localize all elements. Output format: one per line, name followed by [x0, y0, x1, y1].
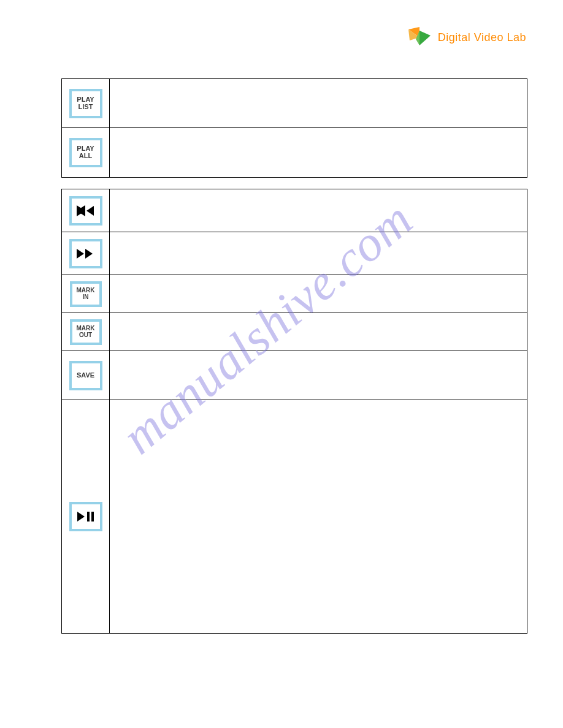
svg-rect-12: [87, 512, 90, 521]
play-pause-button[interactable]: [69, 502, 102, 531]
icon-cell: MARK OUT: [62, 313, 110, 351]
button-label-line: MARK: [77, 287, 95, 294]
play-all-button[interactable]: PLAY ALL: [69, 138, 102, 167]
button-label-line: ALL: [79, 153, 92, 160]
icon-cell: [62, 232, 110, 275]
table-row: PLAY ALL: [62, 128, 527, 177]
button-label-line: MARK: [77, 325, 95, 332]
svg-marker-9: [77, 249, 84, 259]
table-row: [62, 232, 527, 275]
button-table-group-2: MARK IN MARK OUT SAVE: [61, 189, 527, 634]
icon-cell: MARK IN: [62, 275, 110, 313]
brand-name: Digital Video Lab: [438, 31, 526, 44]
description-cell: [110, 128, 527, 177]
table-row: MARK IN: [62, 275, 527, 313]
svg-marker-8: [86, 206, 94, 216]
rewind-button[interactable]: [69, 196, 102, 226]
description-cell: [110, 275, 527, 313]
rewind-icon: [77, 205, 95, 216]
svg-marker-11: [77, 512, 85, 521]
icon-cell: SAVE: [62, 351, 110, 400]
save-button[interactable]: SAVE: [69, 361, 102, 390]
table-row: [62, 400, 527, 633]
description-cell: [110, 232, 527, 275]
table-row: [62, 189, 527, 232]
play-pause-icon: [77, 510, 95, 523]
fast-forward-button[interactable]: [69, 239, 102, 268]
fast-forward-icon: [77, 248, 95, 259]
brand-logo-icon: [407, 27, 432, 48]
mark-out-button[interactable]: MARK OUT: [70, 319, 102, 345]
svg-marker-2: [419, 31, 431, 45]
icon-cell: PLAY ALL: [62, 128, 110, 177]
document-page: Digital Video Lab PLAY LIST PLAY ALL: [0, 0, 563, 728]
description-cell: [110, 351, 527, 400]
brand-header: Digital Video Lab: [407, 27, 526, 48]
icon-cell: [62, 400, 110, 633]
description-cell: [110, 313, 527, 351]
icon-cell: PLAY LIST: [62, 79, 110, 127]
mark-in-button[interactable]: MARK IN: [70, 281, 102, 307]
play-list-button[interactable]: PLAY LIST: [69, 89, 102, 118]
table-row: MARK OUT: [62, 313, 527, 351]
button-label-line: OUT: [79, 332, 92, 339]
description-cell: [110, 400, 527, 633]
button-label-line: SAVE: [77, 372, 94, 379]
icon-cell: [62, 189, 110, 232]
svg-rect-13: [91, 512, 94, 521]
button-label-line: LIST: [79, 104, 93, 111]
table-row: SAVE: [62, 351, 527, 400]
table-row: PLAY LIST: [62, 79, 527, 128]
button-label-line: IN: [83, 294, 89, 301]
svg-marker-10: [85, 249, 93, 259]
button-table-group-1: PLAY LIST PLAY ALL: [61, 78, 527, 178]
button-label-line: PLAY: [77, 96, 94, 104]
description-cell: [110, 189, 527, 232]
description-cell: [110, 79, 527, 127]
